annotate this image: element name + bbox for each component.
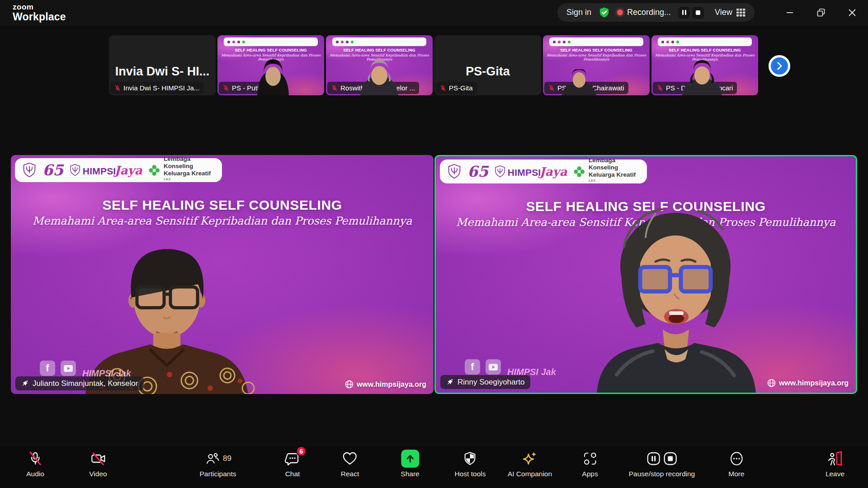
- chevron-right-icon: [775, 61, 784, 70]
- restore-button[interactable]: [811, 3, 831, 23]
- lk3-logo: Lembaga KonselingKeluarga Kreatif LK3: [573, 157, 640, 186]
- host-tools-button[interactable]: Host tools: [455, 450, 486, 478]
- meeting-toolbar: Audio Video: [0, 447, 868, 488]
- chat-button[interactable]: 6 Chat: [284, 450, 301, 478]
- website-text: www.himpsijaya.org: [357, 380, 426, 389]
- himpsi-jaya-logo: HIMPSIJaya: [494, 165, 567, 178]
- mic-muted-icon: [440, 85, 446, 91]
- next-participants-button[interactable]: [769, 55, 790, 77]
- himpsi-shield-icon: [494, 165, 506, 178]
- himpsi-shield-icon: [69, 164, 81, 177]
- zoom-workplace-logo: zoom Workplace: [13, 3, 66, 22]
- himpsi-shield-icon: [22, 161, 37, 179]
- event-title-mini: SELF HEALING SELF COUNSELING: [326, 48, 433, 52]
- event-banner-mini: [549, 38, 643, 46]
- participants-label: Participants: [200, 470, 236, 478]
- speaker-name-pill: Julianto Simanjuntak, Konselor: [15, 376, 144, 390]
- jaya-text: Jaya: [114, 164, 142, 177]
- speaker-name: Rinny Soegiyoharto: [458, 378, 524, 387]
- more-label: More: [728, 470, 744, 478]
- globe-icon: [345, 380, 354, 389]
- sign-in-button[interactable]: Sign in: [566, 8, 591, 17]
- stop-recording-button[interactable]: [692, 7, 704, 19]
- pause-stop-recording-button[interactable]: Pause/stop recording: [629, 450, 695, 478]
- event-title-mini: SELF HEALING SELF COUNSELING: [651, 48, 758, 52]
- participant-video-person: [352, 59, 406, 95]
- apps-label: Apps: [582, 470, 598, 478]
- himpsi-shield-icon: [447, 163, 462, 181]
- participant-video-person: [557, 69, 602, 95]
- apps-button[interactable]: Apps: [582, 450, 598, 478]
- filmstrip-tile[interactable]: PS-Gita PS-Gita: [434, 35, 541, 95]
- mic-muted-icon: [331, 85, 338, 91]
- event-title-mini: SELF HEALING SELF COUNSELING: [217, 48, 324, 52]
- participants-button[interactable]: 89 Participants: [200, 450, 236, 478]
- participant-display-name: PS-Gita: [466, 52, 510, 79]
- jaya-text: Jaya: [539, 165, 567, 178]
- leave-button[interactable]: Leave: [826, 450, 844, 478]
- event-subtitle-mini: Memahami Area-area Sensitif Kepribadian …: [543, 53, 650, 61]
- website-text: www.himpsijaya.org: [779, 379, 849, 387]
- view-label: View: [715, 8, 732, 17]
- youtube-icon: [486, 359, 501, 375]
- video-tile-julianto[interactable]: 65 HIMPSIJaya Lembaga KonselingKeluarga …: [11, 155, 434, 394]
- filmstrip-tile[interactable]: SELF HEALING SELF COUNSELING Memahami Ar…: [217, 35, 324, 95]
- lk3-logo: Lembaga KonselingKeluarga Kreatif LK3: [148, 155, 215, 185]
- encryption-shield-icon: [599, 7, 610, 18]
- himpsi-text: HIMPSI: [508, 167, 541, 178]
- react-label: React: [341, 470, 359, 478]
- ai-companion-label: AI Companion: [508, 470, 552, 478]
- share-label: Share: [401, 470, 419, 478]
- website-url: www.himpsijaya.org: [345, 380, 426, 389]
- anniversary-65-logo: 65: [467, 164, 488, 179]
- event-title: SELF HEALING SELF COUNSELING: [11, 197, 434, 213]
- close-button[interactable]: [842, 3, 862, 23]
- video-tile-rinny-active-speaker[interactable]: 65 HIMPSIJaya Lembaga KonselingKeluarga …: [434, 155, 857, 394]
- participants-count: 89: [223, 454, 231, 463]
- filmstrip-tile[interactable]: SELF HEALING SELF COUNSELING Memahami Ar…: [326, 35, 433, 95]
- participant-video-person: [248, 58, 298, 95]
- lk3-flower-icon: [573, 165, 585, 178]
- speaker-rinny-person: [549, 194, 802, 393]
- lk3-line2: Keluarga Kreatif: [589, 171, 636, 178]
- youtube-icon: [61, 361, 76, 376]
- participant-name-label: Invia Dwi S- HIMPSI Ja...: [123, 84, 199, 92]
- gallery-grid-icon: [736, 9, 745, 17]
- himpsi-jaya-logo: HIMPSIJaya: [69, 164, 142, 177]
- video-label: Video: [89, 470, 107, 478]
- minimize-button[interactable]: [780, 3, 800, 23]
- audio-label: Audio: [26, 470, 44, 478]
- ai-companion-button[interactable]: AI Companion: [508, 450, 552, 478]
- facebook-glyph: f: [46, 362, 49, 374]
- facebook-glyph: f: [471, 361, 474, 373]
- react-button[interactable]: React: [341, 450, 359, 478]
- share-screen-icon: [401, 450, 419, 468]
- video-button[interactable]: Video: [89, 450, 107, 478]
- speaker-name-pill: Rinny Soegiyoharto: [440, 375, 530, 389]
- chat-label: Chat: [285, 470, 300, 478]
- more-button[interactable]: More: [728, 450, 744, 478]
- chat-icon: 6: [284, 450, 301, 467]
- filmstrip-tile[interactable]: Invia Dwi S- HI... Invia Dwi S- HIMPSI J…: [109, 35, 216, 95]
- logo-workplace-text: Workplace: [13, 11, 66, 22]
- event-title-mini: SELF HEALING SELF COUNSELING: [543, 48, 650, 52]
- camera-off-icon: [90, 450, 107, 467]
- leave-label: Leave: [826, 470, 844, 478]
- lk3-flower-icon: [148, 164, 160, 177]
- pause-stop-recording-label: Pause/stop recording: [629, 470, 695, 478]
- audio-button[interactable]: Audio: [26, 450, 44, 478]
- pin-icon: [446, 379, 453, 386]
- zoom-meeting-window: zoom Workplace Sign in Recording... View: [0, 0, 868, 488]
- event-subtitle: Memahami Area-area Sensitif Kepribadian …: [11, 215, 434, 227]
- topbar-controls: Sign in Recording... View: [557, 3, 755, 22]
- more-ellipsis-icon: [729, 450, 744, 467]
- filmstrip-tile[interactable]: SELF HEALING SELF COUNSELING Memahami Ar…: [651, 35, 758, 95]
- title-bar: zoom Workplace Sign in Recording... View: [0, 0, 868, 25]
- participant-display-name: Invia Dwi S- HI...: [115, 52, 210, 79]
- recording-status: Recording...: [627, 8, 671, 17]
- share-button[interactable]: Share: [401, 450, 419, 478]
- pause-recording-button[interactable]: [678, 7, 690, 19]
- view-button[interactable]: View: [715, 8, 745, 17]
- filmstrip-tile[interactable]: SELF HEALING SELF COUNSELING Memahami Ar…: [543, 35, 650, 95]
- heart-icon: [342, 450, 358, 467]
